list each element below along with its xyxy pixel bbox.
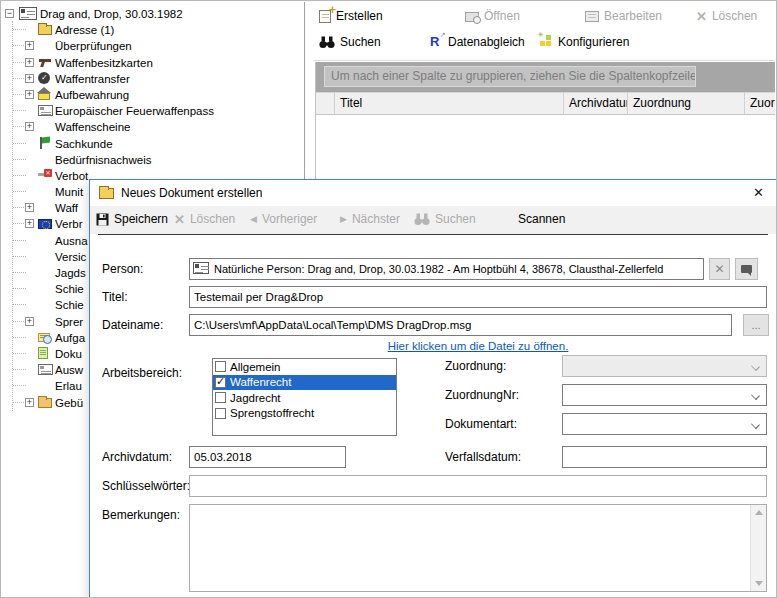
- bemerkungen-label: Bemerkungen:: [102, 508, 180, 522]
- tree-item-adresse[interactable]: Adresse (1): [2, 21, 303, 37]
- column-header-zuordnungnr[interactable]: Zuordn: [745, 93, 775, 114]
- dateiname-input[interactable]: C:\Users\mf\AppData\Local\Temp\DMS DragD…: [189, 314, 732, 336]
- binoculars-icon: [319, 36, 335, 49]
- tree-item-label: Sachkunde: [55, 136, 113, 152]
- expand-icon[interactable]: [25, 219, 34, 228]
- tree-item-sachkunde[interactable]: Sachkunde: [2, 135, 303, 151]
- expand-icon[interactable]: [25, 317, 34, 326]
- tree-item-root-person[interactable]: Drag and, Drop, 30.03.1982: [2, 5, 303, 21]
- column-header-titel[interactable]: Titel: [335, 93, 564, 114]
- comment-bubble-icon: [741, 265, 752, 273]
- dialog-loeschen-button[interactable]: ✕ Löschen: [174, 212, 235, 226]
- option-label: Allgemein: [230, 361, 281, 373]
- house-icon: [38, 93, 50, 100]
- tree-item-waffentransfer[interactable]: Waffentransfer: [2, 70, 303, 86]
- tree-item-label: Waffentransfer: [55, 71, 130, 87]
- suchen-button[interactable]: Suchen: [319, 35, 381, 49]
- checkbox-unchecked[interactable]: [215, 392, 226, 403]
- tree-item-feuerwaffenpass[interactable]: Europäischer Feuerwaffenpass: [2, 102, 303, 118]
- person-clear-button[interactable]: ✕: [709, 258, 730, 280]
- scrollbar[interactable]: [750, 505, 766, 591]
- zuordnungnr-dropdown[interactable]: [562, 384, 767, 406]
- person-field[interactable]: Natürliche Person: Drag and, Drop, 30.03…: [189, 258, 704, 280]
- expand-icon[interactable]: [25, 74, 34, 83]
- tree-item-ueberpruefungen[interactable]: Überprüfungen: [2, 37, 303, 53]
- oeffnen-button[interactable]: Öffnen: [465, 9, 520, 23]
- arbeitsbereich-option-sprengstoffrecht[interactable]: Sprengstoffrecht: [213, 406, 396, 422]
- loeschen-button[interactable]: ✕ Löschen: [696, 9, 757, 23]
- zuordnung-dropdown[interactable]: [562, 355, 767, 377]
- erstellen-button[interactable]: Erstellen: [319, 9, 383, 23]
- checkbox-checked[interactable]: [215, 377, 226, 388]
- person-comment-button[interactable]: [735, 258, 758, 280]
- expand-icon[interactable]: [25, 203, 34, 212]
- gun-icon: [38, 56, 53, 68]
- tree-item-label: Ausna: [55, 233, 88, 249]
- dokumentart-dropdown[interactable]: [562, 413, 767, 435]
- expand-icon[interactable]: [25, 122, 34, 131]
- tree-item-beduerfnisnachweis[interactable]: Bedürfnisnachweis: [2, 151, 303, 167]
- grouping-bar[interactable]: Um nach einer Spalte zu gruppieren, zieh…: [316, 62, 775, 92]
- checkbox-unchecked[interactable]: [215, 361, 226, 372]
- person-card-icon: [19, 7, 37, 20]
- dialog-close-button[interactable]: ✕: [753, 185, 764, 200]
- tree-item-label: Sprer: [55, 314, 83, 330]
- column-header-zuordnung[interactable]: Zuordnung: [628, 93, 745, 114]
- tree-item-label: Waff: [55, 200, 78, 216]
- tree-item-label: Munit: [55, 184, 83, 200]
- dialog-suchen-button[interactable]: Suchen: [414, 212, 476, 226]
- delete-icon: ✕: [696, 10, 707, 23]
- arbeitsbereich-option-jagdrecht[interactable]: Jagdrecht: [213, 390, 396, 406]
- expand-icon[interactable]: [25, 58, 34, 67]
- konfigurieren-button[interactable]: Konfigurieren: [539, 35, 629, 49]
- speichern-button[interactable]: Speichern: [96, 212, 168, 226]
- zuordnung-label: Zuordnung:: [445, 359, 506, 373]
- archivdatum-input[interactable]: 05.03.2018: [189, 446, 346, 468]
- checkbox-unchecked[interactable]: [215, 408, 226, 419]
- tree-item-label: Bedürfnisnachweis: [55, 152, 152, 168]
- tree-item-label: Überprüfungen: [55, 38, 132, 54]
- archivdatum-label: Archivdatum:: [102, 450, 172, 464]
- bemerkungen-textarea[interactable]: [189, 504, 767, 592]
- expand-icon[interactable]: [25, 398, 34, 407]
- tree-item-label: Adresse (1): [55, 22, 114, 38]
- scannen-button[interactable]: Scannen: [518, 212, 565, 226]
- collapse-icon[interactable]: [5, 9, 14, 18]
- schluesselwoerter-input[interactable]: [189, 475, 767, 497]
- tree-item-waffenbesitzkarten[interactable]: Waffenbesitzkarten: [2, 54, 303, 70]
- chevron-down-icon: [751, 391, 760, 400]
- tree-item-waffenscheine[interactable]: Waffenscheine: [2, 118, 303, 134]
- bearbeiten-button[interactable]: Bearbeiten: [585, 9, 662, 23]
- tree-item-aufbewahrung[interactable]: Aufbewahrung: [2, 86, 303, 102]
- create-document-icon: [319, 10, 331, 23]
- zuordnungnr-label: ZuordnungNr:: [445, 388, 519, 402]
- delete-icon: ✕: [174, 213, 185, 226]
- schluesselwoerter-label: Schlüsselwörter:: [102, 479, 190, 493]
- dialog-folder-icon: [99, 188, 114, 199]
- verfallsdatum-input[interactable]: [562, 446, 767, 468]
- datenabgleich-button[interactable]: Datenabgleich: [429, 35, 525, 49]
- tree-item-label: Jagds: [55, 265, 86, 281]
- button-label: Speichern: [114, 212, 168, 226]
- scroll-up-icon[interactable]: [755, 510, 763, 515]
- arbeitsbereich-option-waffenrecht[interactable]: Waffenrecht: [213, 375, 396, 391]
- expand-icon[interactable]: [25, 90, 34, 99]
- browse-button[interactable]: ...: [743, 314, 769, 336]
- address-folder-icon: [38, 25, 52, 35]
- column-header-indicator[interactable]: [316, 93, 335, 114]
- scroll-down-icon[interactable]: [755, 581, 763, 586]
- arbeitsbereich-option-allgemein[interactable]: Allgemein: [213, 359, 396, 375]
- dateiname-value: C:\Users\mf\AppData\Local\Temp\DMS DragD…: [194, 319, 471, 331]
- open-file-link[interactable]: Hier klicken um die Datei zu öffnen.: [189, 340, 767, 352]
- option-label: Jagdrecht: [230, 392, 281, 404]
- tree-item-label: Europäischer Feuerwaffenpass: [55, 103, 214, 119]
- column-header-archivdatum[interactable]: Archivdatum: [564, 93, 628, 114]
- dialog-toolbar-separator: [98, 234, 768, 235]
- titel-input[interactable]: Testemail per Drag&Drop: [189, 286, 767, 308]
- vorheriger-button[interactable]: ◀ Vorheriger: [250, 212, 317, 226]
- naechster-button[interactable]: ▶ Nächster: [340, 212, 400, 226]
- expand-icon[interactable]: [25, 41, 34, 50]
- previous-arrow-icon: ◀: [250, 214, 257, 224]
- chevron-down-icon: [751, 420, 760, 429]
- binoculars-icon: [414, 213, 430, 226]
